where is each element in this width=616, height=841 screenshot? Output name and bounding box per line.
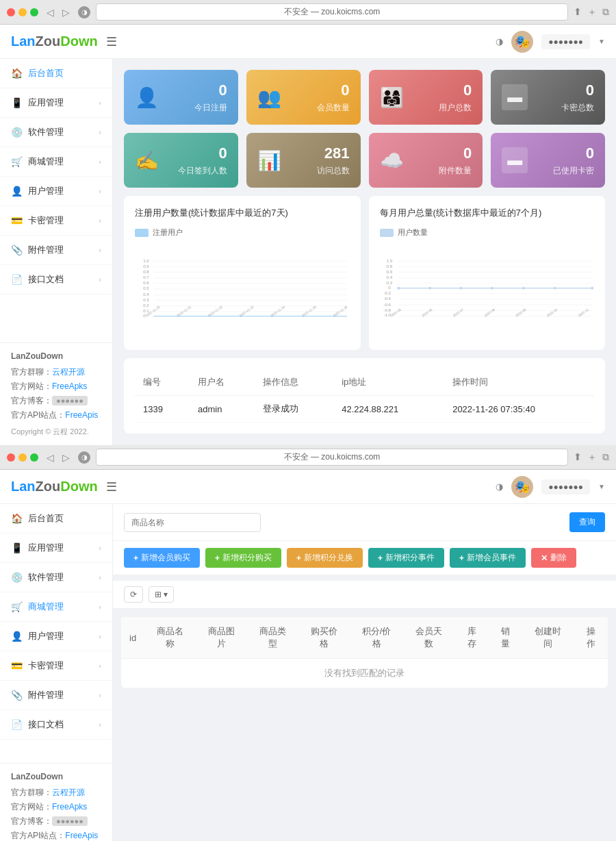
stat-info-attach: 0 附件数量 bbox=[415, 145, 472, 177]
btn-delete[interactable]: ✕ 删除 bbox=[531, 548, 576, 568]
stat-used-card: ▬ 0 已使用卡密 bbox=[491, 133, 605, 188]
sidebar-item-attach-1[interactable]: 📎 附件管理 › bbox=[0, 236, 112, 265]
sidebar-item-app-1[interactable]: 📱 应用管理 › bbox=[0, 88, 112, 118]
svg-text:0.7: 0.7 bbox=[143, 275, 149, 279]
tl-yellow-2[interactable] bbox=[18, 453, 27, 462]
sidebar-item-api-1[interactable]: 📄 接口文档 › bbox=[0, 265, 112, 294]
footer-api-link-1[interactable]: FreeApis bbox=[65, 410, 98, 420]
columns-btn[interactable]: ⊞ ▾ bbox=[149, 586, 174, 603]
btn-add-points-event[interactable]: + 新增积分事件 bbox=[368, 548, 444, 568]
btn-add-member-event[interactable]: + 新增会员事件 bbox=[450, 548, 526, 568]
browser-chrome-1: ◁ ▷ ◑ 不安全 — zou.koicms.com ⬆ ＋ ⧉ bbox=[0, 0, 616, 25]
sidebar-item-attach-2[interactable]: 📎 附件管理 › bbox=[0, 681, 112, 710]
search-input[interactable] bbox=[124, 513, 261, 532]
stat-today-reg: 👤 0 今日注册 bbox=[124, 70, 238, 125]
stat-icon-today-reg: 👤 bbox=[135, 86, 159, 109]
username-badge-1[interactable]: ●●●●●●● bbox=[541, 34, 590, 49]
table-controls: ⟳ ⊞ ▾ bbox=[113, 581, 616, 609]
sidebar-item-software-2[interactable]: 💿 软件管理 › bbox=[0, 563, 112, 592]
username-badge-2[interactable]: ●●●●●●● bbox=[541, 479, 590, 494]
sidebar-item-api-2[interactable]: 📄 接口文档 › bbox=[0, 710, 112, 740]
tl-green-2[interactable] bbox=[30, 453, 38, 462]
user-icon-1: 👤 bbox=[11, 186, 23, 197]
duplicate-icon-1[interactable]: ⧉ bbox=[602, 6, 609, 18]
api-icon-2: 📄 bbox=[11, 719, 23, 730]
chart-svg-1: 1.0 0.9 0.8 0.7 0.6 0.5 0.4 0.3 0.2 0.1 … bbox=[135, 243, 350, 332]
chart-card-2: 每月用户总量(统计数据库中最近的7个月) 用户数量 1.0 0.8 0.6 0.… bbox=[369, 196, 606, 350]
sidebar-item-user-2[interactable]: 👤 用户管理 › bbox=[0, 622, 112, 651]
browser-nav-2: ◁ ▷ bbox=[44, 451, 73, 464]
tl-red-1[interactable] bbox=[7, 8, 15, 16]
btn-add-points-buy[interactable]: + 新增积分购买 bbox=[205, 548, 281, 568]
stat-icon-attach: ☁️ bbox=[380, 149, 404, 172]
theme-icon-1[interactable]: ◑ bbox=[496, 36, 503, 47]
new-tab-icon-1[interactable]: ＋ bbox=[587, 6, 597, 18]
back-btn-1[interactable]: ◁ bbox=[44, 5, 57, 19]
footer-group-link-1[interactable]: 云程开源 bbox=[52, 367, 85, 377]
footer-title-1: LanZouDown bbox=[11, 351, 101, 361]
hamburger-menu-2[interactable]: ☰ bbox=[106, 479, 117, 494]
tl-red-2[interactable] bbox=[7, 453, 15, 462]
table-card-2: id 商品名称 商品图片 商品类型 购买价格 积分/价格 会员天数 库存 销量 … bbox=[121, 617, 608, 688]
sidebar-item-software-1[interactable]: 💿 软件管理 › bbox=[0, 118, 112, 147]
stat-value-usertotal: 0 bbox=[463, 81, 472, 99]
sidebar-item-shop-2[interactable]: 🛒 商城管理 › bbox=[0, 592, 112, 622]
logo-lan-1: Lan bbox=[11, 34, 36, 49]
address-bar-1[interactable]: 不安全 — zou.koicms.com bbox=[96, 3, 568, 21]
btn-add-member-buy[interactable]: + 新增会员购买 bbox=[124, 548, 200, 568]
arrow-attach-1: › bbox=[99, 246, 101, 254]
sidebar-item-app-2[interactable]: 📱 应用管理 › bbox=[0, 534, 112, 563]
legend-label-1: 注册用户 bbox=[153, 227, 183, 238]
th-ip-1: ip地址 bbox=[333, 369, 444, 396]
footer-site-link-1[interactable]: FreeApks bbox=[52, 381, 87, 391]
svg-point-55 bbox=[522, 287, 524, 290]
dropdown-icon-1[interactable]: ▼ bbox=[598, 38, 605, 45]
tl-yellow-1[interactable] bbox=[18, 8, 27, 16]
share-icon-1[interactable]: ⬆ bbox=[574, 6, 582, 18]
sidebar-label-api-2: 接口文档 bbox=[28, 718, 64, 731]
chart-area-1: 1.0 0.9 0.8 0.7 0.6 0.5 0.4 0.3 0.2 0.1 … bbox=[135, 243, 350, 339]
duplicate-icon-2[interactable]: ⧉ bbox=[602, 451, 609, 464]
refresh-btn[interactable]: ⟳ bbox=[124, 586, 143, 603]
logo-down-2: Down bbox=[60, 479, 97, 494]
browser-icon-1: ◑ bbox=[78, 6, 90, 18]
footer-group-link-2[interactable]: 云程开源 bbox=[52, 788, 85, 797]
header-right-1: ◑ 🎭 ●●●●●●● ▼ bbox=[496, 31, 605, 53]
stat-today-sign: ✍ 0 今日签到人数 bbox=[124, 133, 238, 188]
back-btn-2[interactable]: ◁ bbox=[44, 451, 57, 464]
card-icon-1: 💳 bbox=[11, 215, 23, 226]
address-bar-2[interactable]: 不安全 — zou.koicms.com bbox=[96, 449, 568, 466]
forward-btn-2[interactable]: ▷ bbox=[60, 451, 73, 464]
search-toolbar: 查询 bbox=[113, 504, 616, 541]
share-icon-2[interactable]: ⬆ bbox=[574, 451, 582, 464]
tl-green-1[interactable] bbox=[30, 8, 38, 16]
sidebar-item-user-1[interactable]: 👤 用户管理 › bbox=[0, 177, 112, 206]
sidebar-item-home-2[interactable]: 🏠 后台首页 bbox=[0, 504, 112, 534]
theme-icon-2[interactable]: ◑ bbox=[496, 481, 503, 492]
footer-api-link-2[interactable]: FreeApis bbox=[65, 831, 98, 840]
stat-info-sign: 0 今日签到人数 bbox=[170, 145, 227, 177]
svg-text:0.6: 0.6 bbox=[143, 280, 149, 285]
hamburger-menu-1[interactable]: ☰ bbox=[106, 34, 117, 49]
stat-icon-sign: ✍ bbox=[135, 149, 159, 172]
footer-api-2: 官方API站点：FreeApis bbox=[11, 830, 101, 841]
svg-point-52 bbox=[428, 287, 431, 290]
stat-info-visit: 281 访问总数 bbox=[292, 145, 350, 177]
btn-add-points-exchange[interactable]: + 新增积分兑换 bbox=[287, 548, 363, 568]
charts-row-1: 注册用户数量(统计数据库中最近的7天) 注册用户 1.0 0.9 0.8 0.7… bbox=[124, 196, 605, 350]
footer-copyright-1: Copyright © 云程 2022. bbox=[11, 427, 101, 437]
svg-text:0.8: 0.8 bbox=[143, 269, 149, 274]
dropdown-icon-2[interactable]: ▼ bbox=[598, 483, 605, 490]
footer-site-link-2[interactable]: FreeApks bbox=[52, 802, 87, 812]
chart-area-2: 1.0 0.8 0.6 0.4 0.2 0 -0.2 -0.4 -0.6 -0.… bbox=[380, 243, 595, 339]
sidebar-item-card-1[interactable]: 💳 卡密管理 › bbox=[0, 206, 112, 236]
arrow-software-1: › bbox=[99, 128, 101, 136]
sidebar-item-shop-1[interactable]: 🛒 商城管理 › bbox=[0, 147, 112, 177]
sidebar-item-home-1[interactable]: 🏠 后台首页 bbox=[0, 59, 112, 88]
forward-btn-1[interactable]: ▷ bbox=[60, 5, 73, 19]
svg-text:0.2: 0.2 bbox=[386, 280, 392, 285]
new-tab-icon-2[interactable]: ＋ bbox=[587, 451, 597, 464]
search-button[interactable]: 查询 bbox=[569, 512, 605, 532]
arrow-app-2: › bbox=[99, 544, 101, 552]
sidebar-item-card-2[interactable]: 💳 卡密管理 › bbox=[0, 651, 112, 681]
